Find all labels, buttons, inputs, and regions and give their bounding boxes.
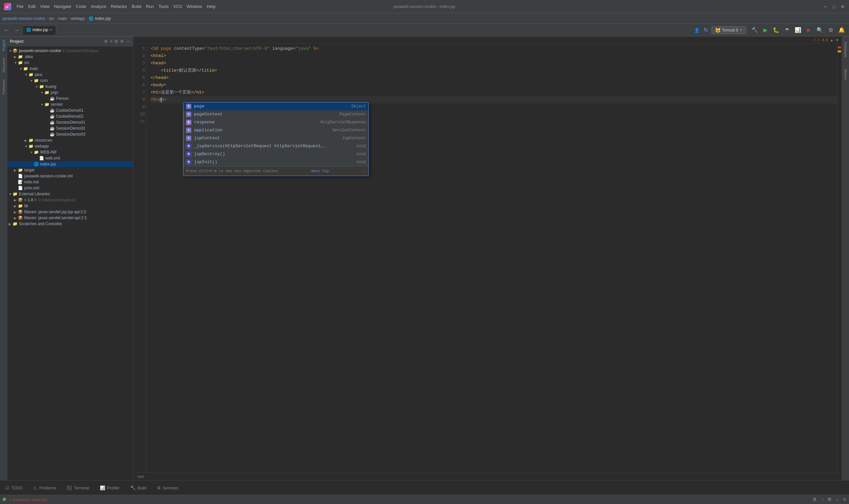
menu-bar[interactable]: File Edit View Navigate Code Analyze Ref… bbox=[17, 4, 216, 9]
tab-terminal[interactable]: ⬛ Terminal bbox=[61, 482, 94, 495]
breadcrumb-webapp[interactable]: webapp bbox=[71, 16, 85, 21]
ac-item-jspinit[interactable]: m jspInit() void bbox=[183, 158, 368, 166]
menu-navigate[interactable]: Navigate bbox=[54, 4, 71, 9]
breadcrumb-main[interactable]: main bbox=[58, 16, 67, 21]
ac-item-jspservice[interactable]: m _jspService(HttpServletRequest httpSer… bbox=[183, 142, 368, 150]
tree-lib[interactable]: ▶ 📁 lib bbox=[7, 203, 133, 209]
tree-maven-servlet[interactable]: ▶ 📦 Maven: javax.servlet:servlet-api:2.5 bbox=[7, 215, 133, 221]
menu-view[interactable]: View bbox=[40, 4, 50, 9]
tree-root[interactable]: ▼ 📦 javaweb-session-cookie E:\Software\I… bbox=[7, 48, 133, 54]
sidebar-locate-icon[interactable]: ⊕ bbox=[104, 39, 108, 44]
maven-label[interactable]: Maven bbox=[843, 67, 848, 82]
ac-item-pagecontext[interactable]: v pageContext PageContext bbox=[183, 110, 368, 119]
status-settings[interactable]: ⚙ bbox=[843, 497, 846, 502]
tab-index-jsp[interactable]: 🌐 index.jsp ✕ bbox=[22, 25, 56, 35]
menu-refactor[interactable]: Refactor bbox=[111, 4, 127, 9]
tree-servlet[interactable]: ▼ 📁 servlet bbox=[7, 102, 133, 107]
menu-edit[interactable]: Edit bbox=[28, 4, 35, 9]
sidebar-collapse-icon[interactable]: ≡ bbox=[110, 39, 112, 44]
sidebar-hide-icon[interactable]: — bbox=[126, 39, 130, 44]
menu-build[interactable]: Build bbox=[132, 4, 141, 9]
stop-button[interactable]: ■ bbox=[805, 26, 811, 34]
tree-maven-jsp[interactable]: ▶ 📦 Maven: javax.servlet.jsp:jsp-api:2.0 bbox=[7, 209, 133, 215]
nav-down-button[interactable]: ▼ bbox=[835, 38, 839, 42]
tree-sessiondemo02[interactable]: ▶ ☕ SessionDemo02 bbox=[7, 125, 133, 131]
favorites-tab-label[interactable]: Favorites bbox=[1, 76, 6, 97]
back-button[interactable]: ← bbox=[3, 26, 11, 34]
coverage-button[interactable]: ☂ bbox=[783, 26, 791, 34]
notification-button[interactable]: 🔔 bbox=[837, 26, 846, 34]
ac-item-response[interactable]: p response HttpServletResponse bbox=[183, 119, 368, 126]
menu-run[interactable]: Run bbox=[146, 4, 154, 9]
menu-window[interactable]: Window bbox=[187, 4, 202, 9]
project-tab-label[interactable]: Project bbox=[1, 36, 6, 54]
tree-indexjsp[interactable]: ▶ 🌐 index.jsp bbox=[7, 161, 133, 167]
sidebar-expand-icon[interactable]: ⊞ bbox=[114, 39, 118, 44]
build-button[interactable]: 🔨 bbox=[750, 26, 759, 34]
tree-scratches[interactable]: ▶ 📁 Scratches and Consoles bbox=[7, 221, 133, 227]
tree-sessiondemo03[interactable]: ▶ ☕ SessionDemo03 bbox=[7, 131, 133, 137]
forward-button[interactable]: → bbox=[13, 26, 21, 34]
status-lang[interactable]: 英 bbox=[813, 497, 816, 502]
autocomplete-popup[interactable]: v page Object v pageContext PageContext … bbox=[183, 102, 369, 176]
tab-problems[interactable]: ⚠ Problems bbox=[28, 482, 61, 495]
search-button[interactable]: 🔍 bbox=[815, 26, 825, 34]
tree-webapp[interactable]: ▼ 📁 webapp bbox=[7, 143, 133, 149]
tomcat-run-config[interactable]: 🐱 Tomcat 9 ▼ bbox=[711, 26, 746, 34]
tree-person[interactable]: ▶ ☕ Person bbox=[7, 95, 133, 102]
breadcrumb-file[interactable]: index.jsp bbox=[95, 16, 110, 21]
tree-java[interactable]: ▼ 📁 java bbox=[7, 72, 133, 77]
tree-webinf[interactable]: ▼ 📁 WEB-INF bbox=[7, 149, 133, 155]
sidebar-settings-icon[interactable]: ⚙ bbox=[120, 39, 124, 44]
tab-services[interactable]: ⚙ Services bbox=[151, 482, 183, 495]
tree-notemd[interactable]: ▶ 📝 note.md bbox=[7, 179, 133, 185]
profile-run-button[interactable]: 📊 bbox=[793, 26, 802, 34]
tree-jdk[interactable]: ▶ 📦 < 1.8 > D:\JdkAndJre\hspjdk18 bbox=[7, 197, 133, 203]
close-button[interactable]: ✕ bbox=[841, 4, 845, 9]
tree-pomxml[interactable]: ▶ 📄 pom.xml bbox=[7, 185, 133, 191]
nav-up-button[interactable]: ▲ bbox=[830, 38, 833, 42]
tree-com[interactable]: ▼ 📁 com bbox=[7, 77, 133, 84]
ac-item-application[interactable]: v application ServletContext bbox=[183, 126, 368, 134]
menu-file[interactable]: File bbox=[17, 4, 23, 9]
minimize-button[interactable]: ─ bbox=[823, 4, 828, 9]
menu-tools[interactable]: Tools bbox=[159, 4, 168, 9]
vcs-update-button[interactable]: ↻ bbox=[702, 26, 709, 34]
tree-pojo[interactable]: ▼ 📁 pojo bbox=[7, 90, 133, 95]
ac-item-page[interactable]: v page Object bbox=[183, 103, 368, 110]
tree-kuang[interactable]: ▼ 📁 kuang bbox=[7, 84, 133, 90]
tree-cookiedemo02[interactable]: ▶ ☕ CookieDemo02 bbox=[7, 113, 133, 119]
tree-target[interactable]: ▶ 📁 target bbox=[7, 167, 133, 173]
code-editor[interactable]: <%@ page contentType="text/html;charset=… bbox=[147, 44, 837, 472]
tab-close-button[interactable]: ✕ bbox=[50, 28, 52, 32]
menu-code[interactable]: Code bbox=[76, 4, 86, 9]
tree-extlibs[interactable]: ▼ 📁 External Libraries bbox=[7, 191, 133, 197]
status-encode[interactable]: 简 bbox=[828, 497, 831, 502]
menu-help[interactable]: Help bbox=[206, 4, 216, 9]
tree-iml[interactable]: ▶ 📄 javaweb-session-cookie.iml bbox=[7, 173, 133, 179]
tree-idea[interactable]: ▶ 📁 .idea bbox=[7, 54, 133, 60]
debug-button[interactable]: 🐛 bbox=[771, 26, 781, 34]
settings-button[interactable]: ⚙ bbox=[827, 26, 834, 34]
tab-todo[interactable]: ☑ TODO bbox=[0, 482, 28, 495]
structure-tab-label[interactable]: Structure bbox=[1, 54, 6, 76]
tree-webxml[interactable]: ▶ 📄 web.xml bbox=[7, 155, 133, 161]
tree-src[interactable]: ▼ 📁 src bbox=[7, 60, 133, 66]
tree-main[interactable]: ▼ 📁 main bbox=[7, 66, 133, 72]
breadcrumb-src[interactable]: src bbox=[49, 16, 54, 21]
ac-item-jspcontext[interactable]: v jspContext JspContext bbox=[183, 134, 368, 142]
tree-resources[interactable]: ▶ 📁 resources bbox=[7, 137, 133, 143]
maximize-button[interactable]: □ bbox=[832, 4, 836, 9]
tab-build[interactable]: 🔨 Build bbox=[125, 482, 152, 495]
menu-vcs[interactable]: VCS bbox=[173, 4, 182, 9]
tree-cookiedemo01[interactable]: ▶ ☕ CookieDemo01 bbox=[7, 107, 133, 113]
database-label[interactable]: Database bbox=[843, 40, 848, 59]
run-button[interactable]: ▶ bbox=[762, 26, 769, 34]
profile-button[interactable]: 👤 bbox=[693, 27, 701, 34]
ac-item-jspdestroy[interactable]: m jspDestroy() void bbox=[183, 150, 368, 158]
tab-profiler[interactable]: 📊 Profiler bbox=[94, 482, 125, 495]
menu-analyze[interactable]: Analyze bbox=[91, 4, 106, 9]
breadcrumb-project[interactable]: javaweb-session-cookie bbox=[3, 16, 45, 21]
tree-sessiondemo01[interactable]: ▶ ☕ SessionDemo01 bbox=[7, 119, 133, 125]
ac-next-tip[interactable]: Next Tip bbox=[311, 167, 329, 175]
